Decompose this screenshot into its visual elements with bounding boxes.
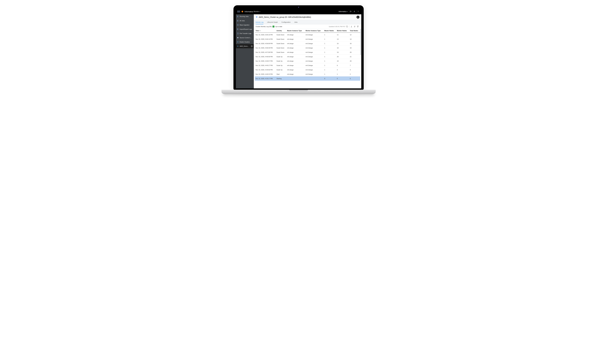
sidebar: Running JobsAll JobsMass IngestionImport… [236,14,254,88]
stack-icon [237,20,239,22]
cell-mn: 1 [323,72,336,76]
svg-rect-3 [237,16,238,17]
cell-activity: Starting [276,76,286,81]
org-name: Informatica [338,11,346,13]
cell-mit: m4.xlarge [286,68,305,72]
activity-log-table: Time▼ActivityMaster Instance TypeWorker … [255,29,360,81]
cell-time: Nov 10, 2020, 4:40:23 PM [255,72,276,76]
col-activity[interactable]: Activity [276,29,286,33]
close-page-button[interactable]: ✕ [356,16,359,19]
sidebar-item-label: Import/Export Logs [240,28,253,30]
cell-activity: Scale Up [276,54,286,59]
cell-tn: 16 [349,41,360,46]
cell-tn: 2 [349,72,360,76]
user-icon[interactable] [353,10,356,13]
cell-tn: 20 [349,50,360,54]
sidebar-item-4[interactable]: File Transfer Logs [236,31,254,36]
app-mode[interactable]: Monitor [254,11,259,13]
sort-button[interactable] [353,26,356,27]
cell-mit: m4.xlarge [286,41,305,46]
col-master-instance-type[interactable]: Master Instance Type [286,29,305,33]
table-row[interactable]: Nov 10, 2020, 4:45:57 PMScale Upm4.xlarg… [255,59,360,63]
cell-time: Nov 10, 2020, 5:04:14 PM [255,37,276,41]
cell-wit: m4.2xlarge [305,33,323,37]
sidebar-item-5[interactable]: Source Control Logs [236,36,254,40]
table-row[interactable]: Nov 10, 2020, 4:46:58 PMScale Upm4.xlarg… [255,54,360,59]
col-worker-nodes[interactable]: Worker Nodes [336,29,349,33]
cell-wit: m4.2xlarge [305,63,323,68]
sidebar-item-7[interactable]: AWS_Demo_Cluste...✕ [236,44,254,48]
cell-wn: 18 [336,46,349,50]
cell-tn: 12 [349,33,360,37]
cell-activity: Scale Down [276,41,286,46]
col-total-nodes[interactable]: Total Nodes [349,29,360,33]
laptop-base [221,90,376,94]
table-row[interactable]: Nov 10, 2020, 4:40:23 PMStartm4.xlargem4… [255,72,360,76]
sidebar-item-label: Source Control Logs [240,37,253,38]
cell-activity: Scale Down [276,37,286,41]
file-icon [237,32,239,34]
col-time[interactable]: Time▼ [255,29,276,33]
table-row[interactable]: Nov 10, 2020, 5:05:16 PMScale Downm4.xla… [255,33,360,37]
cell-wn: 19 [336,50,349,54]
svg-point-10 [256,16,257,17]
table-row[interactable]: Nov 10, 2020, 4:45:27 PMScale Upm4.xlarg… [255,63,360,68]
cell-mit: m4.xlarge [286,50,305,54]
table-row[interactable]: Nov 10, 2020, 4:57:08 PMScale Downm4.xla… [255,50,360,54]
sidebar-item-label: Mass Ingestion [240,24,253,26]
cell-mit: m4.xlarge [286,63,305,68]
cell-wn: 20 [336,54,349,59]
cell-activity: Scale Down [276,33,286,37]
tab-jobs[interactable]: Jobs [294,20,298,24]
table-row[interactable]: Nov 10, 2020, 5:04:14 PMScale Downm4.xla… [255,37,360,41]
tab-bar: Activity LogLifecycle GraphConfiguration… [254,20,361,24]
org-selector[interactable]: Informatica ▾ [338,11,349,13]
sidebar-item-2[interactable]: Mass Ingestion [236,23,254,27]
cell-mn: 1 [323,33,336,37]
svg-point-2 [354,11,355,12]
tab-activity-log[interactable]: Activity Log [256,20,263,24]
diamond-icon [237,37,239,39]
cell-mit: m4.xlarge [286,54,305,59]
cell-mn: 1 [323,50,336,54]
col-worker-instance-type[interactable]: Worker Instance Type [305,29,323,33]
table-row[interactable]: Nov 10, 2020, 4:58:39 PMScale Downm4.xla… [255,46,360,50]
tab-lifecycle-graph[interactable]: Lifecycle Graph [267,20,278,24]
help-icon[interactable]: ? [356,10,360,13]
brand-logo-icon [241,10,244,13]
cell-wn: 2 [336,68,349,72]
cell-tn: 0 [349,76,360,81]
cell-wit: m4.2xlarge [305,41,323,46]
filter-button[interactable] [356,26,359,27]
sidebar-item-0[interactable]: Running Jobs [236,14,254,19]
table-row[interactable]: Nov 10, 2020, 4:33:17 PMStarting000 [255,76,360,81]
tab-configuration[interactable]: Configuration [282,20,291,24]
cell-time: Nov 10, 2020, 4:46:58 PM [255,54,276,59]
col-master-nodes[interactable]: Master Nodes [323,29,336,33]
menu-button[interactable] [237,10,240,13]
sidebar-item-3[interactable]: Import/Export Logs [236,27,254,31]
arrow-right-icon [237,24,239,26]
cell-mit: m4.xlarge [286,37,305,41]
bug-icon [237,41,239,43]
table-row[interactable]: Nov 10, 2020, 4:59:09 PMScale Downm4.xla… [255,41,360,46]
cell-tn: 14 [349,37,360,41]
cell-time: Nov 10, 2020, 4:45:27 PM [255,63,276,68]
bug-icon [237,45,239,47]
brand-name: Informatica [245,11,253,13]
close-tab-icon[interactable]: ✕ [251,45,253,47]
sidebar-item-6[interactable]: Elastic Clusters [236,40,254,44]
cell-mn: 1 [323,59,336,63]
flag-icon[interactable] [349,10,353,13]
log-title: Cluster Activity Log (35) [256,26,272,27]
sidebar-item-label: Running Jobs [240,16,253,17]
download-button[interactable] [350,26,353,27]
refresh-button[interactable] [346,26,349,27]
cell-mn: 1 [323,41,336,46]
table-row[interactable]: Nov 10, 2020, 4:44:56 PMScale Upm4.xlarg… [255,68,360,72]
scrollbar[interactable] [360,29,361,55]
sidebar-item-1[interactable]: All Jobs [236,19,254,23]
cell-time: Nov 10, 2020, 4:57:08 PM [255,50,276,54]
status-check-icon: ✓ [273,26,274,27]
cell-activity: Scale Down [276,50,286,54]
